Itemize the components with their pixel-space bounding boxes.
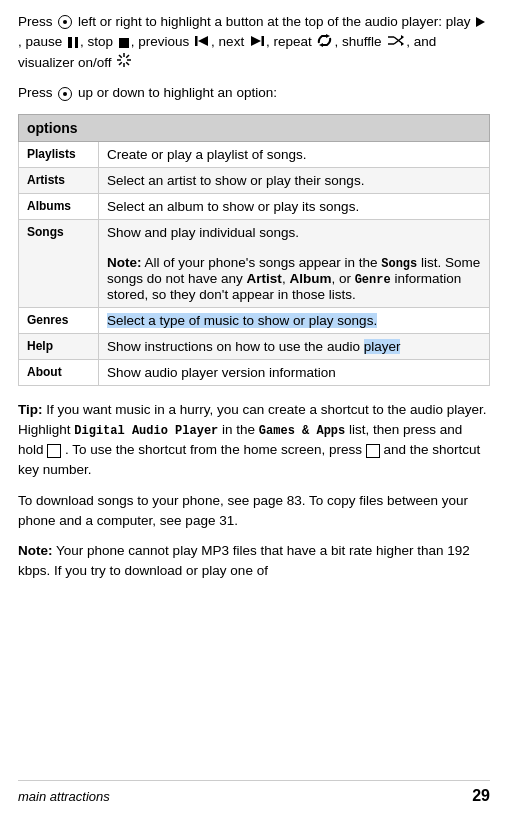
option-songs: Songs [19,219,99,307]
footer: main attractions 29 [18,780,490,805]
option-playlists: Playlists [19,141,99,167]
page-content: Press left or right to highlight a butto… [0,0,508,632]
table-row: About Show audio player version informat… [19,359,490,385]
table-row: Help Show instructions on how to use the… [19,333,490,359]
table-row: Artists Select an artist to show or play… [19,167,490,193]
svg-marker-3 [251,36,261,46]
shuffle-icon [387,33,404,53]
intro-paragraph-2: Press up or down to highlight an option: [18,83,490,103]
tip-text2: in the [222,422,259,437]
tip-text4: . To use the shortcut from the home scre… [65,442,366,457]
press-label: Press [18,14,53,29]
genres-desc-highlighted: Select a type of music to show or play s… [107,313,377,328]
svg-marker-5 [319,43,323,47]
songs-desc-text: Show and play individual songs. [107,225,299,240]
desc-help: Show instructions on how to use the audi… [99,333,490,359]
option-about: About [19,359,99,385]
nav-icon-inline2 [58,87,72,101]
svg-line-16 [119,55,122,58]
desc-genres: Select a type of music to show or play s… [99,307,490,333]
svg-line-18 [127,55,130,58]
svg-rect-2 [261,36,264,46]
desc-artists: Select an artist to show or play their s… [99,167,490,193]
svg-marker-10 [401,35,404,39]
songs-note: Note: All of your phone's songs appear i… [107,255,480,302]
pause-icon [68,37,78,48]
note-section: Note: Your phone cannot play MP3 files t… [18,541,490,582]
menu-key-icon1 [47,444,61,458]
help-desc-text2: player [364,339,401,354]
play-icon [476,17,485,27]
note-text: Your phone cannot play MP3 files that ha… [18,543,470,578]
prev-icon [195,33,209,53]
option-artists: Artists [19,167,99,193]
page-number: 29 [472,787,490,805]
svg-marker-11 [401,42,404,46]
svg-line-17 [127,62,130,65]
svg-marker-1 [198,36,208,46]
desc-about: Show audio player version information [99,359,490,385]
option-albums: Albums [19,193,99,219]
download-section: To download songs to your phone, see pag… [18,491,490,532]
menu-key-icon2 [366,444,380,458]
table-row: Genres Select a type of music to show or… [19,307,490,333]
next-icon [250,33,264,53]
desc-albums: Select an album to show or play its song… [99,193,490,219]
tip-label: Tip: [18,402,43,417]
repeat-icon [317,33,332,53]
tip-section: Tip: If you want music in a hurry, you c… [18,400,490,481]
svg-line-19 [119,62,122,65]
visualizer-icon [117,53,131,73]
svg-marker-4 [326,34,330,38]
table-row: Albums Select an album to show or play i… [19,193,490,219]
option-genres: Genres [19,307,99,333]
tip-highlight2: Games & Apps [259,424,345,438]
footer-section: main attractions [18,789,464,804]
option-help: Help [19,333,99,359]
stop-icon [119,38,129,48]
desc-playlists: Create or play a playlist of songs. [99,141,490,167]
table-row: Playlists Create or play a playlist of s… [19,141,490,167]
note-label: Note: [18,543,53,558]
help-desc-text: Show instructions on how to use the audi… [107,339,364,354]
table-row: Songs Show and play individual songs. No… [19,219,490,307]
tip-highlight1: Digital Audio Player [74,424,218,438]
svg-rect-0 [195,36,198,46]
intro-paragraph-1: Press left or right to highlight a butto… [18,12,490,73]
options-table: options Playlists Create or play a playl… [18,114,490,386]
nav-icon-inline [58,15,72,29]
table-header: options [19,114,490,141]
desc-songs: Show and play individual songs. Note: Al… [99,219,490,307]
